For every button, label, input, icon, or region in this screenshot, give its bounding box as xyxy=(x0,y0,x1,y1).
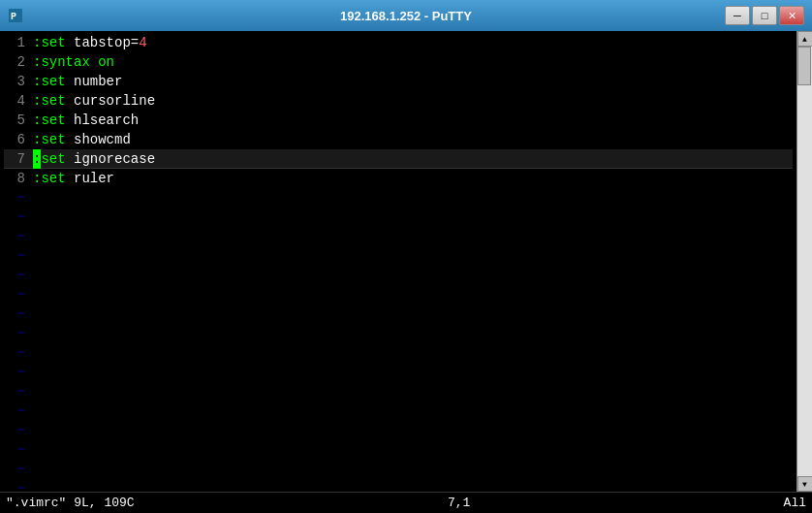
tilde-char: ~ xyxy=(4,246,33,266)
tilde-char: ~ xyxy=(4,305,33,324)
status-right: All xyxy=(784,496,806,510)
line-text: :set xyxy=(33,130,74,149)
tilde-char: ~ xyxy=(4,188,33,208)
line-number: 6 xyxy=(4,130,33,149)
scroll-up-button[interactable]: ▲ xyxy=(797,31,813,47)
terminal-line: 8:set ruler xyxy=(4,169,793,188)
scrollbar-thumb[interactable] xyxy=(797,47,811,85)
title-bar-left: P xyxy=(8,8,23,23)
tilde-line: ~ xyxy=(4,343,793,363)
tilde-char: ~ xyxy=(4,460,33,479)
line-text: cursorline xyxy=(74,91,155,111)
tilde-char: ~ xyxy=(4,208,33,227)
window-title: 192.168.1.252 - PuTTY xyxy=(340,9,472,23)
line-text: showcmd xyxy=(74,130,131,149)
scrollbar[interactable]: ▲ ▼ xyxy=(796,31,812,492)
tilde-line: ~ xyxy=(4,421,793,440)
scrollbar-track[interactable] xyxy=(797,47,812,476)
line-number: 1 xyxy=(4,33,33,52)
line-text: :set xyxy=(33,33,74,52)
title-bar: P 192.168.1.252 - PuTTY ─ □ ✕ xyxy=(0,0,812,31)
line-number: 3 xyxy=(4,72,33,91)
tilde-line: ~ xyxy=(4,305,793,324)
tilde-line: ~ xyxy=(4,440,793,460)
line-text: hlsearch xyxy=(74,111,139,130)
line-text: :set xyxy=(33,169,74,188)
line-number: 8 xyxy=(4,169,33,188)
terminal-body: 1:set tabstop=42:syntax on3:set number4:… xyxy=(0,31,812,492)
line-text: set xyxy=(41,149,74,169)
terminal-line: 3:set number xyxy=(4,72,793,91)
putty-window: P 192.168.1.252 - PuTTY ─ □ ✕ 1:set tabs… xyxy=(0,0,812,513)
line-text: tabstop= xyxy=(74,33,139,52)
line-text: ignorecase xyxy=(74,149,155,169)
line-text: :set xyxy=(33,72,74,91)
terminal-line: 6:set showcmd xyxy=(4,130,793,149)
terminal-content[interactable]: 1:set tabstop=42:syntax on3:set number4:… xyxy=(0,31,796,492)
tilde-line: ~ xyxy=(4,266,793,285)
tilde-line: ~ xyxy=(4,324,793,343)
tilde-char: ~ xyxy=(4,227,33,246)
tilde-line: ~ xyxy=(4,285,793,305)
tilde-char: ~ xyxy=(4,285,33,305)
line-number: 7 xyxy=(4,149,33,169)
tilde-char: ~ xyxy=(4,401,33,421)
tilde-char: ~ xyxy=(4,363,33,382)
minimize-button[interactable]: ─ xyxy=(725,6,750,25)
tilde-line: ~ xyxy=(4,188,793,208)
maximize-button[interactable]: □ xyxy=(752,6,777,25)
tilde-line: ~ xyxy=(4,246,793,266)
terminal-line: 5:set hlsearch xyxy=(4,111,793,130)
line-text: :set xyxy=(33,111,74,130)
tilde-char: ~ xyxy=(4,479,33,492)
tilde-line: ~ xyxy=(4,227,793,246)
line-text: 4 xyxy=(139,33,146,52)
line-text: ruler xyxy=(74,169,114,188)
line-text: :set xyxy=(33,91,74,111)
tilde-char: ~ xyxy=(4,266,33,285)
cursor: : xyxy=(33,149,41,169)
scroll-down-button[interactable]: ▼ xyxy=(797,476,813,492)
line-number: 2 xyxy=(4,52,33,72)
status-left: ".vimrc" 9L, 109C xyxy=(6,496,135,510)
terminal-line: 7:set ignorecase xyxy=(4,149,793,169)
tilde-line: ~ xyxy=(4,401,793,421)
tilde-line: ~ xyxy=(4,479,793,492)
line-text: number xyxy=(74,72,122,91)
line-text: :syntax xyxy=(33,52,98,72)
line-text: on xyxy=(98,52,114,72)
tilde-char: ~ xyxy=(4,382,33,401)
tilde-line: ~ xyxy=(4,208,793,227)
tilde-char: ~ xyxy=(4,324,33,343)
terminal-line: 2:syntax on xyxy=(4,52,793,72)
svg-text:P: P xyxy=(11,12,16,22)
status-bar: ".vimrc" 9L, 109C 7,1 All xyxy=(0,492,812,513)
tilde-char: ~ xyxy=(4,440,33,460)
title-controls: ─ □ ✕ xyxy=(725,6,804,25)
putty-icon: P xyxy=(8,8,23,23)
close-button[interactable]: ✕ xyxy=(779,6,804,25)
terminal-line: 4:set cursorline xyxy=(4,91,793,111)
status-center: 7,1 xyxy=(448,496,470,510)
tilde-char: ~ xyxy=(4,343,33,363)
terminal-line: 1:set tabstop=4 xyxy=(4,33,793,52)
line-number: 4 xyxy=(4,91,33,111)
tilde-char: ~ xyxy=(4,421,33,440)
tilde-line: ~ xyxy=(4,363,793,382)
line-number: 5 xyxy=(4,111,33,130)
tilde-line: ~ xyxy=(4,460,793,479)
tilde-line: ~ xyxy=(4,382,793,401)
